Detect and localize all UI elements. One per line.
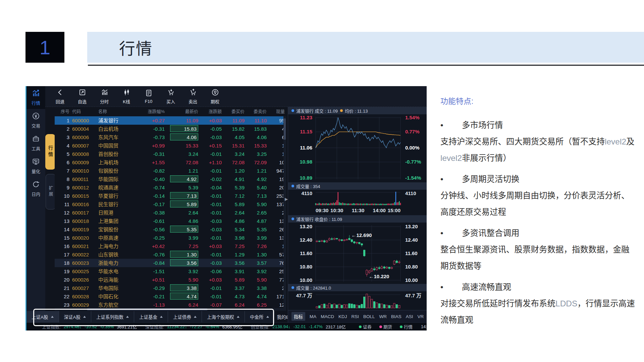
index-label: 深证成指: bbox=[145, 323, 164, 330]
horizontal-scrollbar-thumb[interactable] bbox=[87, 308, 208, 310]
indicator-tab-RSI[interactable]: RSI bbox=[352, 314, 359, 319]
indicator-tab-MA[interactable]: MA bbox=[310, 314, 316, 319]
table-row[interactable]: 14600019宝钢股份-0.565.35-0.035.345.352646.9 bbox=[55, 225, 286, 234]
price-highlight-box: 15.83 bbox=[170, 125, 198, 132]
svg-text:-1.54%: -1.54% bbox=[405, 175, 421, 181]
market-tab[interactable]: 深证A股 bbox=[59, 311, 92, 322]
horizontal-scrollbar[interactable] bbox=[55, 308, 286, 311]
table-row[interactable]: 3600006东风汽车-0.734.06-0.034.054.06610.6 bbox=[55, 133, 286, 141]
table-row[interactable]: 9600012皖通高速-0.745.39-0.045.395.40203.3 bbox=[55, 183, 286, 192]
indicator-tab-WR[interactable]: WR bbox=[379, 314, 387, 319]
column-header[interactable]: 最新价 bbox=[166, 107, 200, 116]
cell-ask: 7.13 bbox=[246, 192, 268, 200]
sidebar-item-intraday[interactable]: 日内 bbox=[26, 177, 45, 200]
vertical-scrollbar[interactable] bbox=[283, 116, 286, 308]
table-row[interactable]: 19600025华能水电-1.513.92-0.063.913.922532.6 bbox=[55, 267, 286, 276]
cell-change-amt: -0.01 bbox=[200, 208, 223, 217]
up-triangle-icon[interactable] bbox=[194, 316, 197, 318]
svg-text:1.54%: 1.54% bbox=[405, 115, 420, 120]
indicator-tab-VR[interactable]: VR bbox=[418, 314, 424, 319]
indicator-tab-BOLL[interactable]: BOLL bbox=[363, 314, 375, 319]
table-row[interactable]: 15600020中原高速-0.253.99-0.013.983.991320.9 bbox=[55, 234, 286, 242]
market-tab[interactable]: 上证A股 bbox=[26, 311, 59, 322]
svg-text:11:30: 11:30 bbox=[352, 207, 365, 213]
market-tab[interactable]: 中金所 bbox=[245, 311, 274, 322]
sidebar-item-tools[interactable]: 工具 bbox=[26, 132, 45, 155]
table-row[interactable]: 22600028中国石化-0.214.74-0.014.734.7417191.… bbox=[55, 292, 286, 301]
table-row[interactable]: 12600017日照港-0.382.64-0.012.642.65210.5 bbox=[55, 208, 286, 217]
toolbar-button-watchlist[interactable]: 自选 bbox=[73, 88, 91, 105]
indicator-tab-KDJ[interactable]: KDJ bbox=[338, 314, 347, 319]
sidebar-item-label: 量化 bbox=[32, 168, 40, 174]
market-tab-partial[interactable]: 我的E bbox=[274, 311, 288, 322]
vertical-scrollbar-thumb[interactable] bbox=[284, 118, 286, 140]
panel-expand-arrow-icon[interactable]: ▶ bbox=[285, 197, 288, 201]
back-icon bbox=[56, 88, 64, 97]
toolbar-button-sell-cart[interactable]: 卖出 bbox=[184, 88, 202, 105]
market-tab[interactable]: 上证系列指数 bbox=[91, 311, 134, 322]
toolbar-button-document[interactable]: F10 bbox=[140, 89, 157, 104]
table-row[interactable]: 17600022山东钢铁-0.761.30-0.011.291.305745.3 bbox=[55, 250, 286, 259]
up-triangle-icon[interactable] bbox=[126, 316, 129, 318]
table-row[interactable]: 7600010包钢股份-0.821.21-0.011.201.21947208.… bbox=[55, 167, 286, 175]
legend-text: 成交量 : 242841.0 bbox=[296, 285, 331, 291]
up-triangle-icon[interactable] bbox=[51, 316, 54, 318]
column-header[interactable]: 名称 bbox=[97, 107, 137, 116]
table-row[interactable]: 4600007中国国贸+0.9915.33+0.1515.3115.3311.6 bbox=[55, 141, 286, 150]
table-row[interactable]: 10600015华夏银行-0.147.13-0.017.127.1325313.… bbox=[55, 192, 286, 200]
toolbar-button-label: 回退 bbox=[56, 98, 64, 105]
cell-change-pct: -0.14 bbox=[137, 192, 166, 200]
cell-seq: 22 bbox=[55, 292, 71, 301]
column-header[interactable]: 涨跌额 bbox=[200, 107, 223, 116]
cell-bid: 15.31 bbox=[223, 141, 246, 150]
sidebar-item-trade[interactable]: 交易 bbox=[26, 109, 45, 132]
up-triangle-icon[interactable] bbox=[266, 316, 269, 318]
side-tab-expand[interactable]: 扩展 bbox=[46, 174, 56, 209]
table-row[interactable]: 11600016民生银行-0.175.89-0.015.895.9013765.… bbox=[55, 200, 286, 208]
cell-name: 上海机场 bbox=[97, 158, 137, 167]
up-triangle-icon[interactable] bbox=[160, 316, 163, 318]
market-tab[interactable]: 上证基金 bbox=[134, 311, 168, 322]
indicator-tab-BIAS[interactable]: BIAS bbox=[391, 314, 401, 319]
feature-bullet: •多周期灵活切换 bbox=[440, 171, 637, 187]
indicator-tab-指标[interactable]: 指标 bbox=[291, 312, 305, 321]
toolbar-button-minute-chart[interactable]: 分时 bbox=[96, 88, 113, 105]
toolbar-button-kline[interactable]: K线 bbox=[118, 88, 135, 105]
column-header[interactable]: 委卖价 bbox=[246, 107, 268, 116]
table-row[interactable]: 20600026中远海能+0.515.90+0.035.895.907722.7 bbox=[55, 276, 286, 284]
column-header[interactable]: 代码 bbox=[71, 107, 97, 116]
svg-text:14:00: 14:00 bbox=[373, 207, 386, 213]
cell-ask: 15.83 bbox=[246, 125, 268, 133]
cell-name: 中国石化 bbox=[97, 292, 137, 301]
status-dot-icon bbox=[400, 325, 402, 328]
table-row[interactable]: 21600027华电国际-0.293.38-0.013.373.38220.1 bbox=[55, 284, 286, 292]
table-row[interactable]: 1600000浦发银行+0.2711.09+0.0311.0911.109524… bbox=[55, 116, 286, 125]
market-tab[interactable]: 上海个股期权 bbox=[202, 311, 245, 322]
sidebar-item-label: 行情 bbox=[32, 100, 40, 106]
market-tab[interactable]: 上证债券 bbox=[168, 311, 202, 322]
side-tab-quotes[interactable]: 行情 bbox=[45, 134, 55, 170]
toolbar-button-back[interactable]: 回退 bbox=[51, 88, 69, 105]
table-row[interactable]: 5600008首创股份-0.313.24-0.013.243.25115.8 bbox=[55, 150, 286, 158]
table-row[interactable]: 2600004白云机场-0.3115.83-0.0515.8215.83410.… bbox=[55, 125, 286, 133]
cell-last-price: 72.08 bbox=[166, 158, 200, 167]
toolbar-button-option[interactable]: 期权 bbox=[206, 88, 224, 105]
column-header[interactable]: 涨跌幅% bbox=[137, 107, 166, 116]
cell-seq: 21 bbox=[55, 284, 71, 292]
table-row[interactable]: 13600018上港集团-0.614.86-0.034.864.871328.5 bbox=[55, 217, 286, 225]
sidebar-item-quant[interactable]: 量化 bbox=[26, 155, 45, 177]
column-header[interactable]: 委买价 bbox=[223, 107, 246, 116]
sidebar-item-quotes[interactable]: 行情 bbox=[26, 86, 45, 109]
indicator-tab-MACD[interactable]: MACD bbox=[321, 314, 334, 319]
up-triangle-icon[interactable] bbox=[83, 316, 86, 318]
toolbar-button-buy-cart[interactable]: 买入 bbox=[162, 88, 179, 105]
table-row[interactable]: 6600009上海机场+1.5572.08+1.1072.0872.091011… bbox=[55, 158, 286, 167]
table-row[interactable]: 16600021上海电力+0.427.25+0.037.257.2614.5 bbox=[55, 242, 286, 250]
table-row[interactable]: 8600011华能国际-0.404.92-0.024.914.921927.1 bbox=[55, 175, 286, 183]
up-triangle-icon[interactable] bbox=[237, 316, 239, 318]
indicator-tab-ASI[interactable]: ASI bbox=[406, 314, 413, 319]
column-header[interactable]: 现量 bbox=[268, 107, 286, 116]
column-header[interactable]: 序号 bbox=[55, 107, 71, 116]
table-row[interactable]: 18600023浙能电力-0.843.56-0.033.563.577613.4 bbox=[55, 259, 286, 267]
cell-name: 皖通高速 bbox=[97, 183, 137, 192]
